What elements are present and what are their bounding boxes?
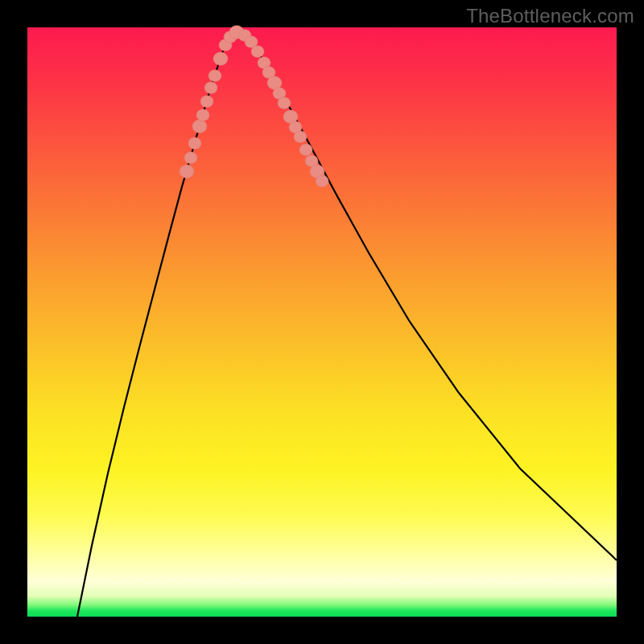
plot-area (27, 27, 617, 617)
curve-markers (180, 26, 328, 188)
data-marker (316, 175, 328, 188)
data-marker (213, 52, 228, 66)
outer-frame: TheBottleneck.com (0, 0, 644, 644)
data-marker (299, 144, 312, 156)
chart-svg (27, 27, 617, 617)
data-marker (180, 165, 194, 179)
data-marker (192, 120, 207, 134)
data-marker (278, 97, 291, 109)
data-marker (204, 82, 217, 94)
watermark-text: TheBottleneck.com (466, 5, 634, 27)
data-marker (200, 96, 213, 108)
bottleneck-curve (77, 32, 617, 617)
data-marker (251, 46, 264, 58)
data-marker (188, 138, 201, 150)
data-marker (196, 109, 209, 122)
data-marker (208, 70, 221, 82)
data-marker (294, 131, 307, 143)
data-marker (184, 152, 197, 164)
